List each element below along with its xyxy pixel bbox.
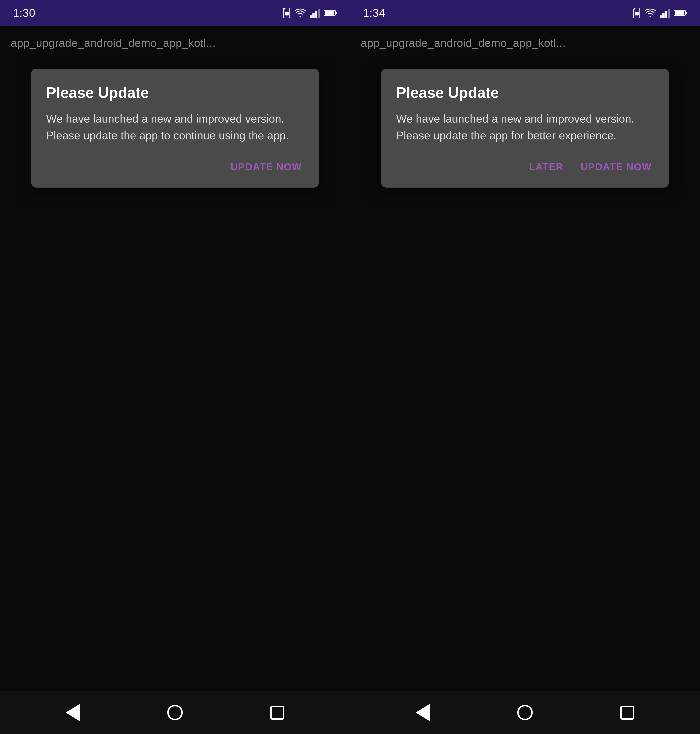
svg-rect-12 [665,11,668,18]
update-now-button-right[interactable]: UPDATE NOW [578,157,654,177]
svg-rect-11 [662,13,665,18]
app-title-right: app_upgrade_android_demo_app_kotl... [350,26,700,56]
nav-bar-right [350,691,700,734]
nav-back-left[interactable] [62,702,83,723]
nav-recents-right[interactable] [617,702,638,723]
home-icon-right [517,705,533,720]
svg-rect-5 [318,9,320,18]
update-now-button-left[interactable]: UPDATE NOW [228,157,304,177]
dialog-message-left: We have launched a new and improved vers… [46,110,304,144]
svg-rect-4 [315,11,318,18]
dialog-message-right: We have launched a new and improved vers… [396,110,654,144]
sim-icon-right [632,8,641,18]
nav-home-right[interactable] [514,702,536,723]
battery-icon-right [674,9,687,16]
nav-bar-left [0,691,350,734]
home-icon-left [167,705,183,720]
svg-rect-2 [310,15,312,18]
dialog-actions-right: LATER UPDATE NOW [396,157,654,177]
status-icons-right [632,8,687,18]
dialog-title-right: Please Update [396,84,654,102]
phone-right: 1:34 [350,0,700,734]
phone-left: 1:30 [0,0,350,734]
status-bar-left: 1:30 [0,0,350,26]
status-icons-left [282,8,337,18]
svg-rect-3 [312,13,315,18]
svg-rect-1 [285,12,288,15]
svg-rect-13 [668,9,670,18]
nav-recents-left[interactable] [267,702,288,723]
dialog-actions-left: UPDATE NOW [46,157,304,177]
nav-home-left[interactable] [164,702,186,723]
svg-rect-10 [660,15,662,18]
app-title-left: app_upgrade_android_demo_app_kotl... [0,26,350,56]
main-content-right: Please Update We have launched a new and… [350,56,700,691]
battery-icon-left [324,9,337,16]
nav-back-right[interactable] [412,702,433,723]
svg-rect-8 [325,11,334,15]
sim-icon-left [282,8,291,18]
later-button-right[interactable]: LATER [527,157,566,177]
wifi-icon-right [645,9,656,17]
main-content-left: Please Update We have launched a new and… [0,56,350,691]
signal-icon-right [660,8,670,18]
signal-icon-left [310,8,320,18]
recents-icon-left [271,706,284,719]
dialog-left: Please Update We have launched a new and… [31,69,319,188]
dialog-right: Please Update We have launched a new and… [381,69,669,188]
svg-rect-15 [685,12,687,14]
svg-rect-9 [635,12,638,15]
status-time-right: 1:34 [363,6,385,19]
recents-icon-right [621,706,634,719]
back-icon-right [416,704,429,721]
svg-rect-16 [675,11,684,15]
wifi-icon-left [295,9,306,17]
dialog-title-left: Please Update [46,84,304,102]
status-bar-right: 1:34 [350,0,700,26]
svg-rect-7 [335,12,337,14]
status-time-left: 1:30 [13,6,35,19]
back-icon-left [66,704,79,721]
